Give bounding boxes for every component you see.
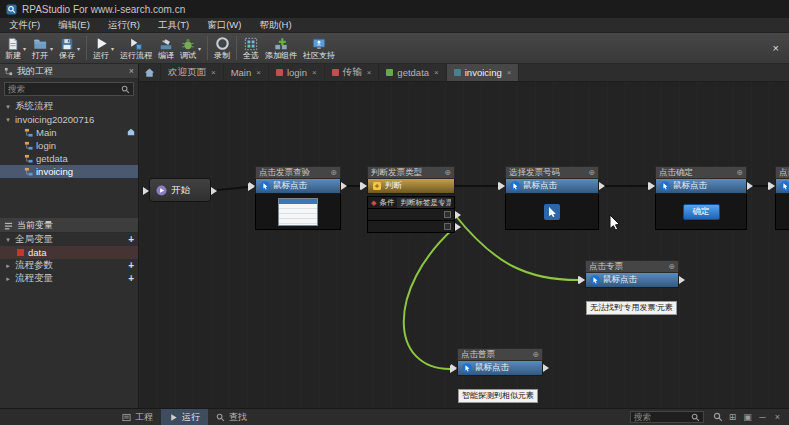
tree-item-login[interactable]: login [0,139,138,152]
select-all-button[interactable]: 全选 [240,34,262,63]
toolbar-close-button[interactable]: × [769,42,783,54]
debug-button[interactable]: 调试▾ [177,34,204,63]
tab-close-icon[interactable]: × [434,68,439,77]
run-flow-button[interactable]: 运行流程 [117,34,155,63]
anchor-icon[interactable]: ⊕ [588,169,595,177]
new-button[interactable]: 新建▾ [2,34,29,63]
out-port[interactable] [543,364,549,372]
tab-chuanshu[interactable]: 传输× [325,64,380,81]
tab-close-icon[interactable]: × [211,68,216,77]
tree-item-system-flows[interactable]: ▾系统流程 [0,100,138,113]
out-port[interactable] [599,182,605,190]
condition-row[interactable]: ◆条件判断标签是专票 [367,196,455,209]
grid-icon[interactable]: ⊞ [725,413,740,422]
anchor-icon[interactable]: ⊕ [736,169,743,177]
add-variable-button[interactable]: + [128,261,134,271]
branch-out-port[interactable] [455,211,461,219]
save-icon [60,37,74,51]
dropdown-arrow-icon[interactable]: ▾ [23,45,26,52]
tab-close-icon[interactable]: × [507,68,512,77]
branch-false[interactable] [367,221,455,233]
branch-out-port[interactable] [455,223,461,231]
tab-invoicing[interactable]: invoicing× [447,64,520,81]
var-section-flow-vars[interactable]: ▸流程变量+ [0,272,138,285]
dropdown-arrow-icon[interactable]: ▾ [77,45,80,52]
status-search-input[interactable] [634,412,689,422]
close-icon[interactable]: × [770,413,785,422]
add-component-button[interactable]: 添加组件 [262,34,300,63]
anchor-icon[interactable]: ⊕ [330,169,337,177]
in-port[interactable] [249,182,255,190]
home-tab-button[interactable] [139,64,161,81]
tree-item-project-root[interactable]: ▾invoicing20200716 [0,113,138,126]
dropdown-arrow-icon[interactable]: ▾ [50,45,53,52]
tab-login[interactable]: login× [269,64,325,81]
out-port[interactable] [747,182,753,190]
in-port[interactable] [361,182,367,190]
variable-data[interactable]: data [0,246,138,259]
dropdown-arrow-icon[interactable]: ▾ [198,45,201,52]
status-tab-project[interactable]: 工程 [114,409,161,425]
project-search-input[interactable] [8,84,119,94]
flow-node-click-normal[interactable]: 点击普票⊕鼠标点击智能探测到相似元素 [457,348,543,376]
window-icon[interactable]: ▣ [740,413,755,422]
run-button[interactable]: 运行▾ [90,34,117,63]
menu-window[interactable]: 窗口(W) [198,18,250,32]
tree-item-invoicing[interactable]: invoicing [0,165,138,178]
dropdown-arrow-icon[interactable]: ▾ [111,45,114,52]
flow-node-click-photo-invoice[interactable]: 点击写真发票⊕鼠标点击 [775,166,789,230]
out-port[interactable] [211,187,217,195]
out-port[interactable] [341,182,347,190]
condition-icon: ◆ [371,199,376,207]
var-section-params[interactable]: ▸流程参数+ [0,259,138,272]
tab-welcome[interactable]: 欢迎页面× [161,64,224,81]
menu-run[interactable]: 运行(R) [99,18,149,32]
in-port[interactable] [143,187,149,195]
community-button[interactable]: 社区支持 [300,34,338,63]
in-port[interactable] [649,182,655,190]
status-tab-run[interactable]: 运行 [161,409,208,425]
anchor-icon[interactable]: ⊕ [444,169,451,177]
anchor-icon[interactable]: ⊕ [668,263,675,271]
flow-node-click-special[interactable]: 点击专票⊕鼠标点击无法找到'专用发票'元素 [585,260,679,288]
menu-tools[interactable]: 工具(T) [149,18,198,32]
mouse-click-icon [780,181,789,191]
tab-getdata[interactable]: getdata× [379,64,446,81]
zoom-icon[interactable] [710,412,725,422]
add-variable-button[interactable]: + [128,235,134,245]
status-tab-find[interactable]: 查找 [208,409,255,425]
flow-node-click-invoice-check[interactable]: 点击发票查验⊕鼠标点击 [255,166,341,230]
in-port[interactable] [451,364,457,372]
add-variable-button[interactable]: + [128,274,134,284]
tab-main[interactable]: Main× [224,64,269,81]
flow-canvas[interactable]: 开始点击发票查验⊕鼠标点击判断发票类型⊕判断◆条件判断标签是专票选择发票号码⊕鼠… [139,82,789,408]
panel-close-button[interactable]: × [129,66,134,76]
save-button[interactable]: 保存▾ [56,34,83,63]
menubar: 文件(F)编辑(E)运行(R)工具(T)窗口(W)帮助(H) [0,18,789,33]
in-port[interactable] [769,182,775,190]
branch-true[interactable] [367,209,455,221]
out-port[interactable] [679,276,685,284]
tab-close-icon[interactable]: × [312,68,317,77]
tree-item-main[interactable]: Main [0,126,138,139]
in-port[interactable] [579,276,585,284]
anchor-icon[interactable]: ⊕ [532,351,539,359]
tree-item-getdata[interactable]: getdata [0,152,138,165]
open-button[interactable]: 打开▾ [29,34,56,63]
tab-close-icon[interactable]: × [367,68,372,77]
flow-tab-icon [386,69,393,76]
menu-file[interactable]: 文件(F) [0,18,49,32]
tab-close-icon[interactable]: × [256,68,261,77]
minimize-icon[interactable]: ─ [755,413,770,422]
compile-button[interactable]: 编译 [155,34,177,63]
menu-help[interactable]: 帮助(H) [250,18,300,32]
record-button[interactable]: 录制 [211,34,233,63]
menu-edit[interactable]: 编辑(E) [49,18,99,32]
editor-area: 欢迎页面×Main×login×传输×getdata×invoicing× 开始… [139,64,789,408]
flow-node-start[interactable]: 开始 [149,178,211,202]
flow-node-judge-invoice-type[interactable]: 判断发票类型⊕判断◆条件判断标签是专票 [367,166,455,233]
in-port[interactable] [499,182,505,190]
flow-node-select-invoice-number[interactable]: 选择发票号码⊕鼠标点击 [505,166,599,230]
flow-node-click-ok[interactable]: 点击确定⊕鼠标点击确定 [655,166,747,230]
var-section-global[interactable]: ▾全局变量+ [0,233,138,246]
